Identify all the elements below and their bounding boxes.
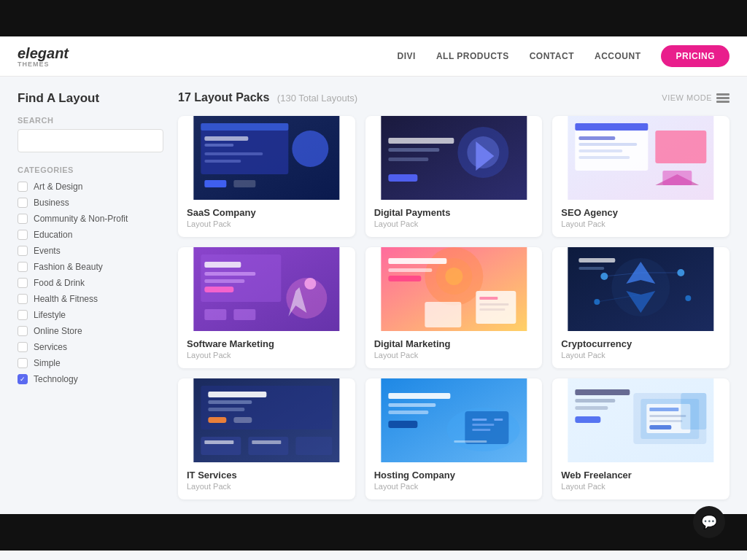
svg-rect-77 <box>472 419 487 421</box>
nav-all-products[interactable]: ALL PRODUCTS <box>436 51 509 61</box>
svg-rect-92 <box>650 420 683 422</box>
svg-rect-36 <box>233 309 255 320</box>
svg-rect-47 <box>479 308 505 311</box>
svg-rect-93 <box>650 425 672 429</box>
svg-point-34 <box>304 278 316 289</box>
layout-card-digital-payments[interactable]: Digital PaymentsLayout Pack <box>365 116 543 237</box>
category-item-community-nonprofit[interactable]: Community & Non-Profit <box>18 211 163 227</box>
svg-rect-95 <box>576 389 630 395</box>
checkbox-health-fitness[interactable] <box>18 294 28 304</box>
bottom-bar <box>0 514 747 551</box>
card-type-web-freelancer: Layout Pack <box>561 482 721 491</box>
svg-rect-35 <box>204 309 226 320</box>
category-label-education: Education <box>34 230 72 240</box>
main-content: Find A Layout Search Categories Art & De… <box>0 77 747 514</box>
svg-rect-42 <box>388 268 432 272</box>
card-name-seo-agency: SEO Agency <box>561 207 721 218</box>
sidebar-title: Find A Layout <box>18 91 163 106</box>
card-name-cryptocurrency: Cryptocurrency <box>561 338 721 349</box>
layout-card-software-marketing[interactable]: Software MarketingLayout Pack <box>178 247 355 368</box>
checkbox-education[interactable] <box>18 230 28 240</box>
category-item-health-fitness[interactable]: Health & Fitness <box>18 291 163 307</box>
category-item-education[interactable]: Education <box>18 227 163 243</box>
svg-rect-76 <box>465 411 508 444</box>
svg-rect-80 <box>472 429 490 431</box>
category-item-online-store[interactable]: Online Store <box>18 323 163 339</box>
checkbox-services[interactable] <box>18 342 28 352</box>
view-mode[interactable]: View Mode <box>662 93 729 103</box>
checkbox-fashion-beauty[interactable] <box>18 262 28 272</box>
category-item-food-drink[interactable]: Food & Drink <box>18 275 163 291</box>
search-input[interactable] <box>18 129 163 152</box>
card-type-seo-agency: Layout Pack <box>561 219 721 228</box>
card-thumbnail-web-freelancer <box>552 378 729 462</box>
svg-point-3 <box>292 131 328 167</box>
category-item-events[interactable]: Events <box>18 243 163 259</box>
card-name-software-marketing: Software Marketing <box>187 338 347 349</box>
layout-card-it-services[interactable]: IT ServicesLayout Pack <box>178 378 355 499</box>
category-label-technology: Technology <box>34 374 78 384</box>
nav-divi[interactable]: DIVI <box>398 51 416 61</box>
category-item-lifestyle[interactable]: Lifestyle <box>18 307 163 323</box>
checkbox-community-nonprofit[interactable] <box>18 214 28 224</box>
card-info-digital-payments: Digital PaymentsLayout Pack <box>365 200 543 237</box>
svg-rect-96 <box>576 399 616 402</box>
layout-title: 17 Layout Packs <box>178 91 269 104</box>
chat-icon: 💬 <box>701 514 717 530</box>
layout-card-hosting-company[interactable]: Hosting CompanyLayout Pack <box>365 378 543 499</box>
main-nav: DIVI ALL PRODUCTS CONTACT ACCOUNT PRICIN… <box>398 45 729 67</box>
nav-account[interactable]: ACCOUNT <box>595 51 641 61</box>
card-info-cryptocurrency: CryptocurrencyLayout Pack <box>552 331 729 368</box>
checkbox-art-design[interactable] <box>18 182 28 192</box>
card-info-web-freelancer: Web FreelancerLayout Pack <box>552 462 729 499</box>
svg-rect-64 <box>208 392 266 397</box>
layout-area: 17 Layout Packs (130 Total Layouts) View… <box>178 91 729 499</box>
layout-card-cryptocurrency[interactable]: CryptocurrencyLayout Pack <box>552 247 729 368</box>
svg-rect-78 <box>494 419 503 421</box>
layout-card-saas-company[interactable]: SaaS CompanyLayout Pack <box>178 116 355 237</box>
checkbox-business[interactable] <box>18 198 28 208</box>
card-info-digital-marketing: Digital MarketingLayout Pack <box>365 331 543 368</box>
card-thumbnail-it-services <box>178 378 355 462</box>
checkbox-lifestyle[interactable] <box>18 310 28 320</box>
sidebar: Find A Layout Search Categories Art & De… <box>18 91 163 499</box>
layout-card-web-freelancer[interactable]: Web FreelancerLayout Pack <box>552 378 729 499</box>
header: elegant themes DIVI ALL PRODUCTS CONTACT… <box>0 36 747 77</box>
card-type-it-services: Layout Pack <box>187 482 347 491</box>
category-label-lifestyle: Lifestyle <box>34 310 66 320</box>
card-thumbnail-hosting-company <box>365 378 543 462</box>
checkbox-events[interactable] <box>18 246 28 256</box>
card-name-hosting-company: Hosting Company <box>374 470 534 481</box>
category-item-business[interactable]: Business <box>18 195 163 211</box>
category-item-simple[interactable]: Simple <box>18 355 163 371</box>
category-item-technology[interactable]: Technology <box>18 371 163 387</box>
chat-bubble[interactable]: 💬 <box>693 506 725 538</box>
category-item-services[interactable]: Services <box>18 339 163 355</box>
svg-rect-22 <box>579 149 623 152</box>
svg-rect-15 <box>388 158 428 161</box>
layout-card-seo-agency[interactable]: SEO AgencyLayout Pack <box>552 116 729 237</box>
layout-title-wrapper: 17 Layout Packs (130 Total Layouts) <box>178 91 357 104</box>
svg-rect-68 <box>233 417 252 423</box>
category-item-art-design[interactable]: Art & Design <box>18 179 163 195</box>
checkbox-technology[interactable] <box>18 374 28 384</box>
layout-header: 17 Layout Packs (130 Total Layouts) View… <box>178 91 729 104</box>
checkbox-simple[interactable] <box>18 358 28 368</box>
layout-card-digital-marketing[interactable]: Digital MarketingLayout Pack <box>365 247 543 368</box>
pricing-button[interactable]: PRICING <box>661 45 729 67</box>
category-item-fashion-beauty[interactable]: Fashion & Beauty <box>18 259 163 275</box>
svg-rect-16 <box>388 174 417 182</box>
nav-contact[interactable]: CONTACT <box>530 51 574 61</box>
card-thumbnail-digital-marketing <box>365 247 543 331</box>
category-label-fashion-beauty: Fashion & Beauty <box>34 262 103 272</box>
checkbox-food-drink[interactable] <box>18 278 28 288</box>
card-thumbnail-cryptocurrency <box>552 247 729 331</box>
svg-rect-8 <box>204 180 226 187</box>
svg-rect-81 <box>388 393 450 399</box>
svg-rect-91 <box>650 415 686 417</box>
view-mode-icon[interactable] <box>716 93 729 103</box>
svg-rect-19 <box>576 123 649 131</box>
category-label-community-nonprofit: Community & Non-Profit <box>34 214 128 224</box>
svg-rect-70 <box>248 437 288 455</box>
checkbox-online-store[interactable] <box>18 326 28 336</box>
